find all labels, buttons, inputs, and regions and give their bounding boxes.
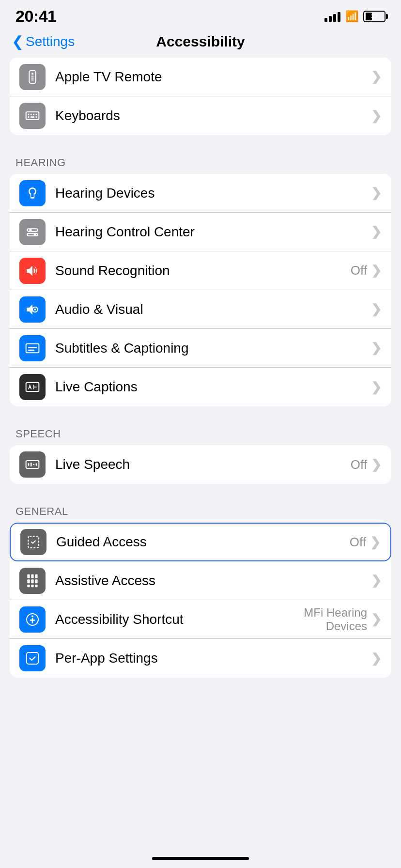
per-app-settings-label: Per-App Settings: [55, 651, 158, 666]
general-list-group: Guided Access Off ❯: [10, 523, 391, 678]
live-captions-label: Live Captions: [55, 379, 138, 395]
apple-tv-remote-content: Apple TV Remote ❯: [55, 69, 382, 85]
sound-recognition-value: Off: [351, 263, 367, 278]
sound-recognition-row[interactable]: Sound Recognition Off ❯: [10, 251, 391, 290]
subtitles-captioning-content: Subtitles & Captioning ❯: [55, 341, 382, 356]
svg-rect-6: [28, 114, 30, 115]
speech-list-group: Live Speech Off ❯: [10, 445, 391, 484]
assistive-access-row[interactable]: Assistive Access ❯: [10, 561, 391, 600]
battery-icon: 37: [363, 11, 386, 22]
guided-access-label: Guided Access: [56, 534, 147, 550]
sound-recognition-content: Sound Recognition Off ❯: [55, 263, 382, 279]
home-indicator: [0, 847, 401, 868]
back-button[interactable]: ❮ Settings: [12, 34, 75, 49]
svg-rect-42: [27, 652, 38, 664]
back-chevron-icon: ❮: [12, 34, 24, 49]
guided-access-right: Off ❯: [350, 535, 381, 550]
svg-rect-35: [27, 585, 30, 587]
sound-recognition-right: Off ❯: [351, 263, 382, 278]
hearing-control-center-chevron-icon: ❯: [371, 224, 382, 239]
per-app-settings-right: ❯: [371, 651, 382, 666]
back-label: Settings: [26, 34, 75, 49]
top-list-group: Apple TV Remote ❯ K: [10, 58, 391, 135]
svg-rect-25: [31, 463, 32, 466]
svg-rect-3: [31, 78, 33, 78]
audio-visual-chevron-icon: ❯: [371, 302, 382, 317]
svg-rect-0: [29, 70, 35, 83]
accessibility-shortcut-content: Accessibility Shortcut MFi HearingDevice…: [55, 606, 382, 633]
audio-visual-right: ❯: [371, 302, 382, 317]
live-speech-label: Live Speech: [55, 457, 130, 472]
battery-level: 37: [364, 12, 385, 21]
svg-rect-21: [28, 349, 34, 351]
sound-recognition-icon: [19, 258, 46, 284]
apple-tv-remote-row[interactable]: Apple TV Remote ❯: [10, 58, 391, 96]
hearing-control-center-content: Hearing Control Center ❯: [55, 224, 382, 240]
svg-rect-20: [28, 347, 37, 348]
live-captions-content: Live Captions ❯: [55, 379, 382, 395]
hearing-devices-icon: [19, 180, 46, 206]
guided-access-chevron-icon: ❯: [370, 535, 381, 550]
guided-access-icon: [20, 529, 46, 555]
subtitles-captioning-chevron-icon: ❯: [371, 341, 382, 356]
audio-visual-row[interactable]: Audio & Visual ❯: [10, 290, 391, 329]
svg-rect-32: [27, 579, 30, 583]
general-section-header: GENERAL: [0, 496, 401, 523]
live-speech-row[interactable]: Live Speech Off ❯: [10, 445, 391, 484]
svg-rect-34: [35, 579, 37, 583]
hearing-devices-right: ❯: [371, 186, 382, 201]
hearing-control-center-row[interactable]: Hearing Control Center ❯: [10, 213, 391, 251]
hearing-devices-row[interactable]: Hearing Devices ❯: [10, 174, 391, 213]
status-bar: 20:41 📶 37: [0, 0, 401, 30]
assistive-access-label: Assistive Access: [55, 573, 155, 589]
subtitles-captioning-row[interactable]: Subtitles & Captioning ❯: [10, 329, 391, 368]
hearing-control-center-label: Hearing Control Center: [55, 224, 195, 240]
live-captions-icon: [19, 374, 46, 400]
accessibility-shortcut-row[interactable]: Accessibility Shortcut MFi HearingDevice…: [10, 600, 391, 639]
subtitles-captioning-label: Subtitles & Captioning: [55, 341, 189, 356]
svg-rect-37: [35, 585, 37, 587]
live-captions-right: ❯: [371, 380, 382, 395]
svg-rect-12: [36, 116, 37, 118]
audio-visual-label: Audio & Visual: [55, 302, 143, 317]
signal-icon: [324, 11, 340, 22]
per-app-settings-row[interactable]: Per-App Settings ❯: [10, 639, 391, 678]
audio-visual-content: Audio & Visual ❯: [55, 302, 382, 317]
keyboards-label: Keyboards: [55, 108, 120, 124]
keyboards-content: Keyboards ❯: [55, 108, 382, 124]
live-captions-row[interactable]: Live Captions ❯: [10, 368, 391, 406]
svg-rect-4: [31, 79, 33, 80]
assistive-access-content: Assistive Access ❯: [55, 573, 382, 589]
sound-recognition-chevron-icon: ❯: [371, 263, 382, 278]
per-app-settings-chevron-icon: ❯: [371, 651, 382, 666]
svg-point-14: [29, 229, 31, 231]
guided-access-row[interactable]: Guided Access Off ❯: [10, 523, 391, 561]
wifi-icon: 📶: [345, 11, 358, 22]
hearing-devices-content: Hearing Devices ❯: [55, 186, 382, 201]
hearing-control-center-icon: [19, 219, 46, 245]
svg-rect-27: [36, 463, 37, 465]
svg-rect-7: [31, 114, 32, 115]
hearing-devices-label: Hearing Devices: [55, 186, 154, 201]
subtitles-captioning-icon: [19, 335, 46, 361]
keyboards-row[interactable]: Keyboards ❯: [10, 96, 391, 135]
per-app-settings-icon: [19, 645, 46, 671]
svg-rect-36: [31, 585, 33, 587]
assistive-access-chevron-icon: ❯: [371, 573, 382, 588]
keyboards-right: ❯: [371, 108, 382, 124]
svg-rect-8: [33, 114, 34, 115]
hearing-control-center-right: ❯: [371, 224, 382, 239]
keyboards-chevron-icon: ❯: [371, 108, 382, 124]
svg-rect-9: [36, 114, 37, 115]
svg-rect-11: [31, 116, 34, 118]
svg-point-1: [31, 73, 33, 75]
page-title: Accessibility: [156, 33, 245, 50]
keyboards-icon: [19, 103, 46, 129]
live-speech-content: Live Speech Off ❯: [55, 457, 382, 472]
live-speech-right: Off ❯: [351, 457, 382, 472]
apple-tv-remote-right: ❯: [371, 69, 382, 84]
svg-rect-2: [31, 76, 33, 77]
accessibility-shortcut-right: MFi HearingDevices ❯: [304, 606, 382, 633]
svg-rect-29: [27, 574, 30, 578]
subtitles-captioning-right: ❯: [371, 341, 382, 356]
